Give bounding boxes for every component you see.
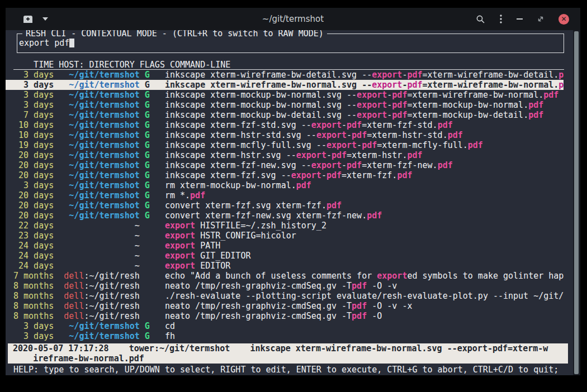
history-row[interactable]: 10 days ~/git/termshot G inkscape xterm-… bbox=[6, 120, 564, 130]
history-row[interactable]: 3 days ~/git/termshot G inkscape xterm-m… bbox=[6, 100, 564, 110]
history-row[interactable]: 23 days ~ export HSTR_CONFIG=hicolor bbox=[6, 231, 564, 241]
history-row[interactable]: 22 days ~ export HISTFILE=~/.zsh_history… bbox=[6, 221, 564, 231]
status-bar: 2020-05-07 17:17:28 tower:~/git/termshot… bbox=[8, 343, 568, 364]
kebab-menu-icon[interactable] bbox=[500, 14, 502, 24]
history-row[interactable]: 8 months dell:~/git/resh neato /tmp/resh… bbox=[6, 311, 564, 321]
history-row[interactable]: 20 days ~/git/termshot G rm *.pdf bbox=[6, 190, 564, 200]
minimize-button[interactable] bbox=[517, 18, 523, 20]
history-row[interactable]: 3 days ~/git/termshot G inkscape xterm-w… bbox=[6, 80, 564, 90]
titlebar-right-group: ✕ bbox=[476, 8, 569, 30]
status-line-1: 2020-05-07 17:17:28 tower:~/git/termshot… bbox=[8, 343, 568, 353]
table-header: TIME HOST: DIRECTORY FLAGS COMMAND-LINE bbox=[13, 60, 564, 70]
history-row[interactable]: 7 months dell:~/git/resh echo "Add a bun… bbox=[6, 271, 564, 281]
text-cursor bbox=[69, 39, 74, 47]
history-row[interactable]: 3 days ~/git/termshot G cd bbox=[6, 321, 564, 331]
history-row[interactable]: 3 days ~/git/termshot G rm xterm-mockup-… bbox=[6, 180, 564, 190]
history-row[interactable]: 8 months dell:~/git/resh ./resh-evaluate… bbox=[6, 291, 564, 301]
history-row[interactable]: 8 months dell:~/git/resh neato /tmp/resh… bbox=[6, 301, 564, 311]
resh-search-panel: RESH CLI - CONTEXTUAL MODE - (CTRL+R to … bbox=[17, 34, 564, 53]
terminal-window: ~/git/termshot ✕ bbox=[6, 8, 580, 375]
close-button[interactable]: ✕ bbox=[558, 14, 569, 25]
scrollbar[interactable] bbox=[573, 30, 580, 375]
panel-title: RESH CLI - CONTEXTUAL MODE - (CTRL+R to … bbox=[22, 30, 327, 39]
history-list: 3 days ~/git/termshot G inkscape xterm-w… bbox=[6, 70, 564, 341]
history-row[interactable]: 20 days ~/git/termshot G convert xterm-f… bbox=[6, 200, 564, 211]
history-row[interactable]: 3 days ~/git/termshot G inkscape xterm-m… bbox=[6, 90, 564, 100]
history-row[interactable]: 24 days ~ export EDITOR bbox=[6, 261, 564, 271]
status-line-2: ireframe-bw-normal.pdf bbox=[8, 353, 568, 364]
search-icon[interactable] bbox=[476, 15, 485, 24]
history-row[interactable]: 10 days ~/git/termshot G inkscape xterm-… bbox=[6, 130, 564, 140]
help-line: HELP: type to search, UP/DOWN to select,… bbox=[6, 364, 580, 375]
history-row[interactable]: 7 days ~/git/termshot G inkscape xterm-m… bbox=[6, 110, 564, 120]
history-row[interactable]: 20 days ~/git/termshot G inkscape xterm-… bbox=[6, 170, 564, 180]
scrollbar-thumb[interactable] bbox=[574, 31, 579, 374]
history-row[interactable]: 24 days ~ export GIT_EDITOR bbox=[6, 251, 564, 261]
titlebar: ~/git/termshot ✕ bbox=[6, 8, 580, 30]
history-row[interactable]: 3 days ~/git/termshot G fh bbox=[6, 331, 564, 341]
history-row[interactable]: 19 days ~/git/termshot G inkscape xterm-… bbox=[6, 140, 564, 150]
restore-button[interactable] bbox=[537, 16, 544, 22]
search-query-text: export pdf bbox=[19, 38, 69, 48]
history-row[interactable]: 3 days ~/git/termshot G inkscape xterm-w… bbox=[6, 70, 564, 80]
history-row[interactable]: 20 days ~/git/termshot G convert xterm-f… bbox=[6, 211, 564, 221]
history-row[interactable]: 8 months dell:~/git/resh neato /tmp/resh… bbox=[6, 281, 564, 291]
history-row[interactable]: 20 days ~/git/termshot G inkscape xterm-… bbox=[6, 160, 564, 170]
terminal-content: RESH CLI - CONTEXTUAL MODE - (CTRL+R to … bbox=[6, 30, 580, 375]
history-row[interactable]: 20 days ~/git/termshot G inkscape xterm-… bbox=[6, 150, 564, 160]
history-row[interactable]: 24 days ~ export PATH bbox=[6, 241, 564, 251]
